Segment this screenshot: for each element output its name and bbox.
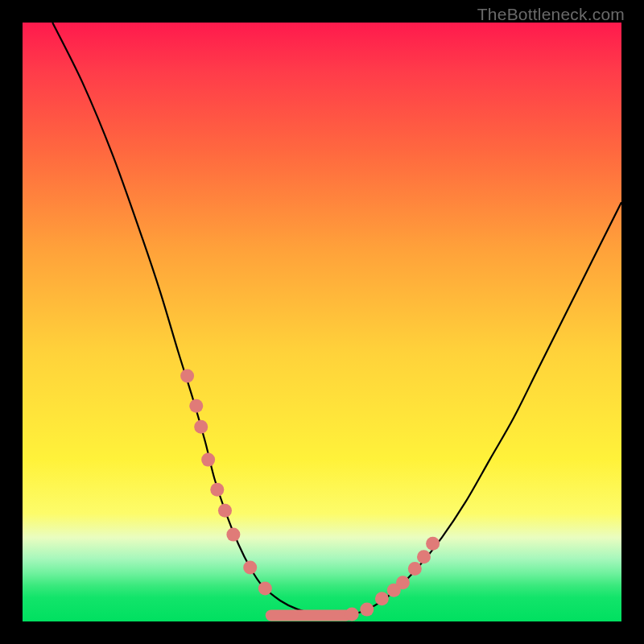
data-point-marker [417, 550, 431, 564]
data-point-marker [408, 562, 422, 576]
data-point-marker [189, 399, 203, 413]
chart-frame [23, 23, 621, 621]
data-point-marker [258, 582, 272, 596]
data-point-marker [396, 576, 410, 589]
data-point-marker [201, 453, 215, 467]
data-point-marker [345, 608, 359, 621]
data-point-marker [180, 369, 194, 382]
chart-svg [23, 23, 621, 621]
bottleneck-curve [52, 23, 621, 616]
data-point-marker [194, 420, 208, 434]
data-point-marker [375, 592, 389, 605]
data-point-marker [210, 483, 224, 497]
data-point-marker [360, 603, 374, 617]
data-point-marker [426, 537, 440, 551]
highlighted-points [180, 369, 440, 621]
data-point-marker [226, 528, 240, 542]
data-point-marker [218, 504, 232, 518]
data-point-marker [243, 561, 257, 575]
watermark-text: TheBottleneck.com [477, 5, 625, 24]
